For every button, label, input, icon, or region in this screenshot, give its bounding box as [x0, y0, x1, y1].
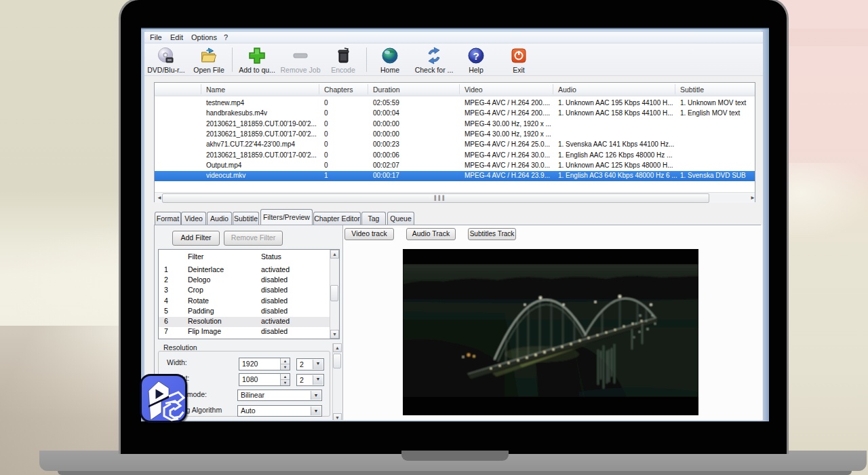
- svg-text:?: ?: [473, 50, 479, 62]
